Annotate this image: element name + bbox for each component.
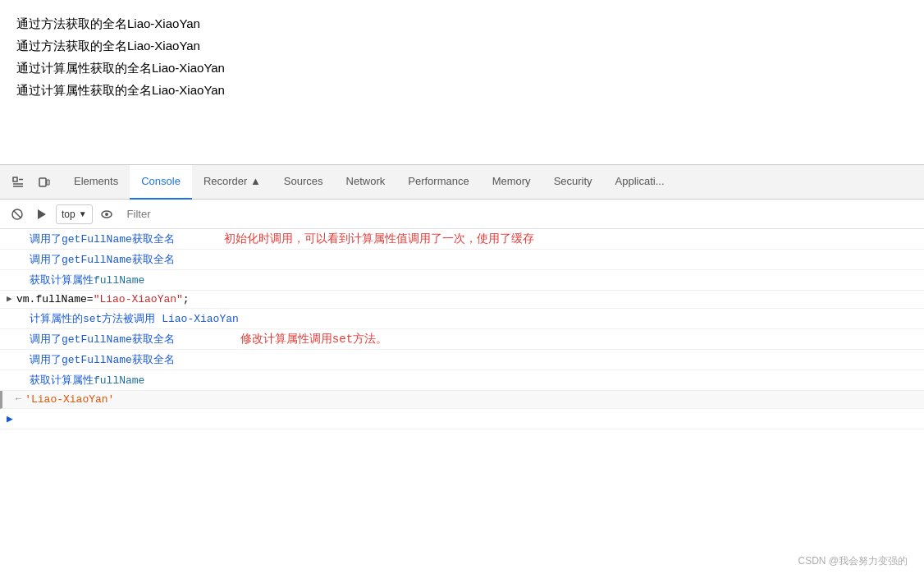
console-line-result: ← 'Liao-XiaoYan' xyxy=(0,391,924,409)
devtools-tab-bar: Elements Console Recorder ▲ Sources Netw… xyxy=(0,165,924,200)
eye-icon-button[interactable] xyxy=(96,204,117,225)
tab-security[interactable]: Security xyxy=(542,165,604,200)
browser-content: 通过方法获取的全名Liao-XiaoYan 通过方法获取的全名Liao-Xiao… xyxy=(0,0,924,164)
result-arrow-icon: ← xyxy=(16,393,21,405)
tab-application[interactable]: Applicati... xyxy=(604,165,676,200)
tab-console[interactable]: Console xyxy=(130,165,192,200)
inspect-icon[interactable] xyxy=(7,171,30,194)
tab-elements[interactable]: Elements xyxy=(62,165,130,200)
console-line-6: 调用了getFullName获取全名 修改计算属性调用set方法。 xyxy=(0,329,924,350)
console-line-7: 调用了getFullName获取全名 xyxy=(0,350,924,370)
pause-button[interactable] xyxy=(31,204,53,225)
clear-console-button[interactable] xyxy=(7,204,28,225)
console-output[interactable]: 调用了getFullName获取全名 初始化时调用，可以看到计算属性值调用了一次… xyxy=(0,229,924,583)
console-line-5: 计算属性的set方法被调用 Liao-XiaoYan xyxy=(0,309,924,329)
svg-rect-4 xyxy=(39,178,46,186)
console-line-1: 调用了getFullName获取全名 初始化时调用，可以看到计算属性值调用了一次… xyxy=(0,229,924,250)
chevron-down-icon: ▼ xyxy=(79,209,87,218)
devtools-panel: Elements Console Recorder ▲ Sources Netw… xyxy=(0,164,924,583)
tab-sources[interactable]: Sources xyxy=(272,165,335,200)
svg-point-10 xyxy=(105,213,108,216)
console-line-2: 调用了getFullName获取全名 xyxy=(0,250,924,270)
tab-network[interactable]: Network xyxy=(335,165,397,200)
content-line-1: 通过方法获取的全名Liao-XiaoYan xyxy=(16,12,908,34)
watermark: CSDN @我会努力变强的 xyxy=(798,554,908,568)
svg-marker-8 xyxy=(38,209,46,219)
console-line-4: ▶ vm.fullName="Liao-XiaoYan"; xyxy=(0,291,924,309)
devtools-icons-group xyxy=(0,171,62,194)
tab-performance[interactable]: Performance xyxy=(396,165,480,200)
tab-memory[interactable]: Memory xyxy=(481,165,542,200)
console-line-empty[interactable]: ▶ xyxy=(0,409,924,429)
console-line-3: 获取计算属性fullName xyxy=(0,270,924,291)
svg-rect-0 xyxy=(13,177,17,181)
tab-recorder[interactable]: Recorder ▲ xyxy=(192,165,272,200)
console-line-8: 获取计算属性fullName xyxy=(0,370,924,391)
context-selector[interactable]: top ▼ xyxy=(56,204,93,224)
device-icon[interactable] xyxy=(33,171,56,194)
console-prompt-icon: ▶ xyxy=(7,412,13,425)
content-line-3: 通过计算属性获取的全名Liao-XiaoYan xyxy=(16,57,908,79)
console-toolbar: top ▼ xyxy=(0,200,924,229)
svg-rect-5 xyxy=(47,180,49,185)
input-arrow-icon: ▶ xyxy=(7,293,12,304)
content-line-2: 通过方法获取的全名Liao-XiaoYan xyxy=(16,34,908,57)
svg-line-7 xyxy=(14,211,21,218)
content-line-4: 通过计算属性获取的全名Liao-XiaoYan xyxy=(16,79,908,101)
filter-input[interactable] xyxy=(121,204,917,224)
